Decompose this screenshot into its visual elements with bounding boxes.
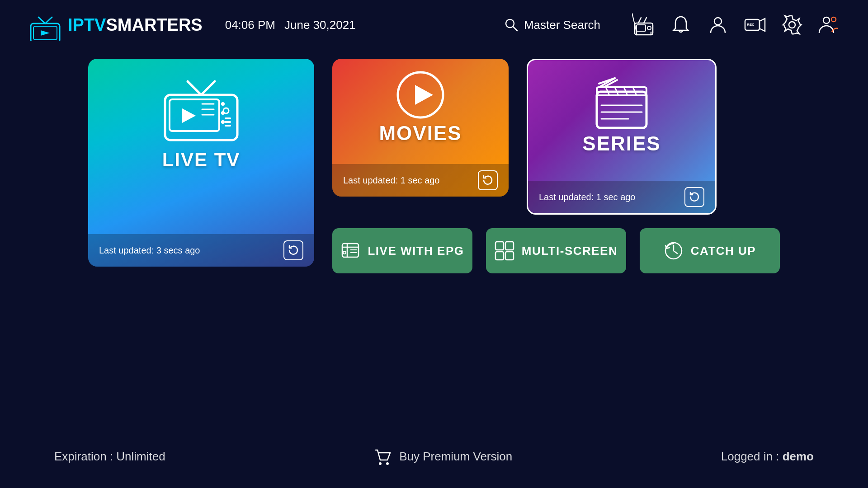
users-icon[interactable]: [817, 13, 841, 37]
logged-in-info: Logged in : demo: [721, 450, 814, 464]
svg-marker-26: [182, 108, 196, 123]
svg-point-62: [379, 462, 382, 465]
catchup-button[interactable]: CATCH UP: [640, 228, 780, 273]
series-title: SERIES: [582, 132, 660, 155]
svg-line-10: [638, 18, 641, 23]
multiscreen-icon: [495, 241, 514, 261]
right-cards: MOVIES Last updated: 1 sec ago: [332, 59, 780, 273]
expiration-info: Expiration : Unlimited: [54, 450, 165, 464]
logo-icon: [27, 9, 63, 41]
time-display: 04:06 PM: [225, 18, 275, 32]
action-buttons-row: LIVE WITH EPG MULTI-SCREEN: [332, 228, 780, 273]
cart-icon: [374, 447, 392, 465]
catchup-label: CATCH UP: [691, 244, 756, 258]
top-right-row: MOVIES Last updated: 1 sec ago: [332, 59, 780, 215]
svg-marker-18: [760, 19, 765, 31]
svg-point-33: [223, 108, 229, 113]
movies-footer: Last updated: 1 sec ago: [332, 164, 509, 197]
svg-rect-8: [637, 25, 646, 31]
series-updated: Last updated: 1 sec ago: [539, 192, 636, 202]
series-refresh[interactable]: [684, 187, 704, 207]
movies-content: MOVIES: [379, 59, 462, 149]
footer: Expiration : Unlimited Buy Premium Versi…: [0, 447, 868, 465]
refresh-icon: [288, 244, 299, 256]
svg-line-11: [644, 18, 646, 23]
logged-in-label: Logged in :: [721, 450, 783, 463]
main-content: LIVE TV Last updated: 3 secs ago: [0, 50, 868, 282]
search-label: Master Search: [524, 18, 600, 32]
svg-rect-35: [225, 121, 231, 123]
radio-icon[interactable]: [632, 13, 656, 37]
svg-rect-60: [505, 252, 514, 260]
svg-text:REC: REC: [747, 23, 755, 27]
movies-updated: Last updated: 1 sec ago: [343, 175, 440, 186]
search-bar[interactable]: Master Search: [504, 18, 600, 32]
buy-premium-label: Buy Premium Version: [399, 450, 512, 464]
search-icon: [504, 18, 519, 32]
epg-button[interactable]: LIVE WITH EPG: [332, 228, 472, 273]
multiscreen-button[interactable]: MULTI-SCREEN: [486, 228, 626, 273]
live-tv-content: LIVE TV: [156, 59, 246, 180]
logged-in-user: demo: [783, 450, 814, 463]
series-footer: Last updated: 1 sec ago: [528, 181, 715, 213]
logo: IPTVSMARTERS: [27, 9, 203, 41]
svg-point-19: [789, 22, 795, 28]
svg-rect-39: [597, 92, 646, 128]
svg-point-15: [714, 18, 722, 25]
live-tv-icon: [156, 72, 246, 149]
live-tv-refresh[interactable]: [283, 240, 303, 260]
svg-point-9: [647, 26, 651, 30]
svg-rect-59: [495, 252, 504, 260]
notification-icon[interactable]: [669, 13, 693, 37]
svg-rect-34: [225, 117, 231, 119]
svg-point-20: [823, 17, 830, 23]
live-tv-footer: Last updated: 3 secs ago: [88, 234, 314, 267]
live-tv-title: LIVE TV: [162, 149, 241, 171]
svg-point-56: [343, 251, 346, 254]
svg-point-63: [386, 462, 389, 465]
svg-marker-4: [41, 30, 50, 36]
svg-marker-38: [415, 85, 433, 105]
logo-text: IPTVSMARTERS: [68, 15, 203, 35]
svg-line-23: [201, 81, 215, 95]
series-content: SERIES: [582, 60, 660, 160]
movies-title: MOVIES: [379, 122, 462, 145]
datetime: 04:06 PM June 30,2021: [225, 18, 356, 32]
live-tv-updated: Last updated: 3 secs ago: [99, 245, 200, 256]
svg-rect-58: [505, 242, 514, 250]
multiscreen-label: MULTI-SCREEN: [522, 244, 618, 258]
svg-point-21: [831, 17, 836, 22]
epg-label: LIVE WITH EPG: [368, 244, 464, 258]
svg-rect-57: [495, 242, 504, 250]
movies-icon: [393, 68, 448, 122]
series-card[interactable]: SERIES Last updated: 1 sec ago: [527, 59, 717, 215]
expiration-label: Expiration : Unlimited: [54, 450, 165, 463]
record-icon[interactable]: REC: [743, 13, 767, 37]
settings-icon[interactable]: [780, 13, 804, 37]
svg-line-22: [188, 81, 201, 95]
svg-point-32: [221, 120, 225, 124]
refresh-icon-movies: [482, 174, 494, 186]
svg-point-30: [221, 102, 225, 106]
svg-line-0: [38, 17, 45, 23]
svg-line-6: [513, 27, 517, 31]
catchup-icon: [664, 241, 684, 261]
movies-refresh[interactable]: [478, 170, 498, 190]
live-tv-card[interactable]: LIVE TV Last updated: 3 secs ago: [88, 59, 314, 267]
movies-card[interactable]: MOVIES Last updated: 1 sec ago: [332, 59, 509, 197]
refresh-icon-series: [689, 191, 700, 203]
epg-icon: [340, 241, 360, 261]
svg-rect-36: [225, 125, 231, 127]
header: IPTVSMARTERS 04:06 PM June 30,2021 Maste…: [0, 0, 868, 50]
buy-premium[interactable]: Buy Premium Version: [374, 447, 512, 465]
header-icons: REC: [632, 13, 841, 37]
cards-row: LIVE TV Last updated: 3 secs ago: [27, 59, 841, 273]
series-icon: [592, 74, 651, 132]
date-display: June 30,2021: [284, 18, 356, 32]
profile-icon[interactable]: [706, 13, 730, 37]
svg-line-1: [45, 17, 52, 23]
